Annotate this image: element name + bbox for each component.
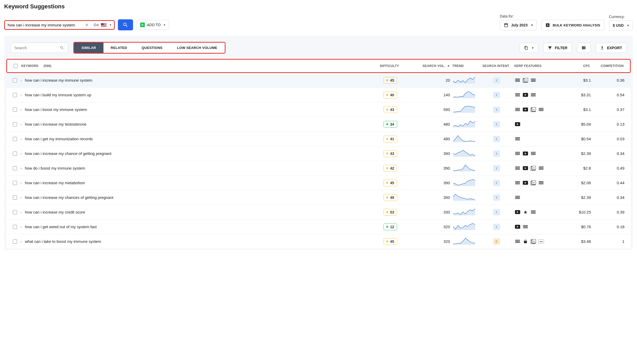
- serp-video-icon: [523, 181, 528, 185]
- svg-rect-61: [515, 197, 520, 198]
- chevron-down-icon: ▾: [531, 23, 533, 27]
- row-checkbox[interactable]: [13, 181, 17, 185]
- expand-icon[interactable]: ›: [20, 195, 22, 200]
- expand-icon[interactable]: ›: [20, 225, 22, 229]
- expand-icon[interactable]: ›: [20, 107, 22, 112]
- intent-pill: I: [493, 224, 500, 230]
- col-competition[interactable]: COMPETITION: [593, 64, 627, 68]
- expand-icon[interactable]: ›: [20, 151, 22, 156]
- table-search-input[interactable]: [14, 46, 56, 50]
- col-difficulty[interactable]: DIFFICULTY: [371, 64, 408, 68]
- keyword-text[interactable]: how can i increase my chance of getting …: [25, 151, 111, 156]
- row-checkbox[interactable]: [13, 108, 17, 112]
- date-picker[interactable]: July 2023 ▾: [500, 20, 537, 30]
- keyword-text[interactable]: how do i boost my immune system: [25, 166, 85, 170]
- serp-lines-icon: [515, 166, 520, 171]
- trend-sparkline: [453, 76, 478, 84]
- keyword-input[interactable]: [8, 23, 83, 27]
- tab-questions[interactable]: QUESTIONS: [134, 43, 170, 53]
- keyword-text[interactable]: how can i increase my metabolism: [25, 181, 85, 185]
- chevron-down-icon[interactable]: ▾: [110, 23, 111, 27]
- chevron-down-icon: ▾: [627, 24, 629, 27]
- col-cpc[interactable]: CPC: [561, 64, 593, 68]
- col-trend[interactable]: TREND: [452, 64, 477, 68]
- row-checkbox[interactable]: [13, 166, 17, 170]
- expand-icon[interactable]: ›: [20, 239, 22, 244]
- keyword-text[interactable]: how can i get my immunization records: [25, 137, 93, 141]
- svg-rect-41: [515, 168, 520, 168]
- cpc-value: $0.76: [562, 225, 594, 229]
- serp-lines-icon: [523, 225, 528, 229]
- col-search-vol[interactable]: SEARCH VOL.▾: [408, 64, 452, 68]
- row-checkbox[interactable]: [13, 152, 17, 156]
- table-row: › how can i increase my metabolism 45 39…: [6, 176, 631, 190]
- tab-low-volume[interactable]: LOW SEARCH VOLUME: [170, 43, 224, 53]
- expand-icon[interactable]: ›: [20, 122, 22, 126]
- expand-icon[interactable]: ›: [20, 210, 22, 214]
- serp-features: [515, 195, 562, 200]
- col-serp[interactable]: SERP FEATURES: [514, 64, 561, 68]
- expand-icon[interactable]: ›: [20, 78, 22, 82]
- keyword-text[interactable]: how can i increase my chances of getting…: [25, 195, 113, 200]
- tab-similar[interactable]: SIMILAR: [74, 43, 103, 53]
- svg-rect-16: [531, 93, 536, 94]
- filter-button[interactable]: FILTER: [543, 43, 572, 53]
- trend-sparkline: [453, 237, 478, 245]
- serp-qbox2-icon: ?: [531, 107, 536, 112]
- col-keyword[interactable]: KEYWORD (568): [21, 64, 371, 68]
- search-volume: 390: [409, 181, 453, 185]
- select-all-checkbox[interactable]: [14, 64, 18, 68]
- bulk-analysis-button[interactable]: BULK KEYWORD ANALYSIS: [541, 20, 604, 30]
- keyword-text[interactable]: what can i take to boost my immune syste…: [25, 239, 101, 244]
- svg-rect-19: [515, 108, 520, 108]
- svg-rect-20: [515, 109, 520, 110]
- keyword-text[interactable]: how can i boost my immune system: [25, 107, 87, 112]
- copy-icon: [524, 46, 528, 50]
- svg-rect-66: [531, 213, 536, 213]
- row-checkbox[interactable]: [13, 93, 17, 97]
- competition-value: 0.36: [594, 78, 628, 82]
- search-volume: 320: [409, 239, 453, 244]
- row-checkbox[interactable]: [13, 137, 17, 141]
- svg-rect-71: [515, 240, 520, 240]
- search-button[interactable]: [118, 19, 133, 30]
- keyword-text[interactable]: how can i get weed out of my system fast: [25, 225, 97, 229]
- row-checkbox[interactable]: [13, 210, 17, 214]
- serp-video-icon: [515, 122, 520, 127]
- keyword-text[interactable]: how can i increase my credit score: [25, 210, 85, 214]
- search-icon[interactable]: [60, 46, 64, 50]
- add-to-button[interactable]: + ADD TO ▾: [136, 20, 169, 30]
- keyword-text[interactable]: how can i build my immune system up: [25, 93, 91, 97]
- serp-features: ?•••: [515, 239, 562, 244]
- keyword-text[interactable]: how can i increase my immune system: [25, 78, 92, 82]
- svg-rect-48: [539, 168, 543, 168]
- us-flag-icon[interactable]: [101, 23, 107, 27]
- table-row: › what can i take to boost my immune sys…: [6, 234, 631, 249]
- columns-button[interactable]: [577, 43, 590, 53]
- trend-sparkline: [453, 149, 478, 158]
- export-button[interactable]: EXPORT: [596, 43, 627, 53]
- svg-text:?: ?: [525, 79, 527, 81]
- svg-rect-17: [531, 94, 536, 95]
- expand-icon[interactable]: ›: [20, 181, 22, 185]
- row-checkbox[interactable]: [13, 122, 17, 126]
- row-checkbox[interactable]: [13, 239, 17, 244]
- row-checkbox[interactable]: [13, 225, 17, 229]
- svg-rect-34: [515, 153, 520, 154]
- currency-picker[interactable]: $ USD ▾: [609, 20, 633, 30]
- copy-button[interactable]: ▾: [520, 43, 538, 53]
- row-checkbox[interactable]: [13, 195, 17, 200]
- col-intent[interactable]: SEARCH INTENT: [477, 64, 514, 68]
- table-row: › how can i increase my chance of gettin…: [6, 146, 631, 161]
- clear-icon[interactable]: ✕: [85, 23, 89, 27]
- svg-rect-2: [585, 46, 585, 49]
- keyword-text[interactable]: how can i increase my testosterone: [25, 122, 86, 126]
- serp-lines-icon: [515, 181, 520, 185]
- expand-icon[interactable]: ›: [20, 93, 22, 97]
- svg-rect-50: [515, 181, 520, 182]
- tab-related[interactable]: RELATED: [103, 43, 135, 53]
- serp-lines2-icon: [539, 166, 544, 171]
- expand-icon[interactable]: ›: [20, 137, 22, 141]
- expand-icon[interactable]: ›: [20, 166, 22, 170]
- row-checkbox[interactable]: [13, 78, 17, 82]
